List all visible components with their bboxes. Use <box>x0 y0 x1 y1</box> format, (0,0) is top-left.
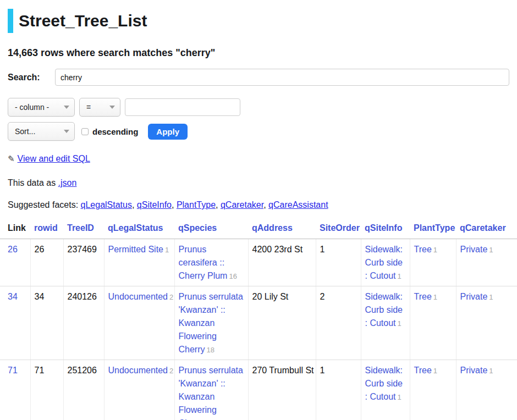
column-header-qaddress: qAddress <box>248 220 316 239</box>
cell-qspecies: Prunus serrulata 'Kwanzan' :: Kwanzan Fl… <box>174 360 248 420</box>
facet-count: 1 <box>489 293 493 301</box>
table-row: 26 26 237469 Permitted Site1 Prunus cera… <box>0 239 517 286</box>
facet-separator: , <box>172 200 177 209</box>
cell-qsiteinfo: Sidewalk: Curb side : Cutout1 <box>361 286 410 360</box>
table-row: 71 71 251206 Undocumented2 Prunus serrul… <box>0 360 517 420</box>
facet-value-link[interactable]: Private <box>460 292 488 301</box>
descending-checkbox[interactable] <box>81 128 89 135</box>
cell-qlegalstatus: Permitted Site1 <box>104 239 174 286</box>
cell-qsiteinfo: Sidewalk: Curb side : Cutout1 <box>361 360 410 420</box>
chevron-down-icon <box>109 106 115 109</box>
search-input[interactable] <box>55 69 509 86</box>
facet-count: 18 <box>207 346 215 354</box>
sort-row: Sort... descending Apply <box>8 122 509 141</box>
cell-qaddress: 20 Lily St <box>248 286 316 360</box>
facet-value-link[interactable]: Sidewalk: Curb side : Cutout <box>365 292 403 328</box>
facet-link-planttype[interactable]: PlantType <box>177 200 216 209</box>
column-header-qsiteinfo: qSiteInfo <box>361 220 410 239</box>
sort-column-link[interactable]: rowid <box>34 223 58 233</box>
filter-operator-select[interactable]: = <box>79 98 120 117</box>
filter-row: - column - = <box>8 98 509 117</box>
cell-planttype: Tree1 <box>410 286 456 360</box>
chevron-down-icon <box>64 106 69 109</box>
cell-treeid: 237469 <box>63 239 104 286</box>
facet-value-link[interactable]: Permitted Site <box>108 245 163 254</box>
chevron-down-icon <box>64 130 69 133</box>
row-detail-link[interactable]: 34 <box>8 292 18 301</box>
sql-link-row: ✎View and edit SQL <box>8 154 509 164</box>
row-detail-link[interactable]: 71 <box>8 366 18 375</box>
facet-value-link[interactable]: Tree <box>414 292 432 301</box>
facet-count: 1 <box>489 246 493 254</box>
sort-column-link[interactable]: qCaretaker <box>460 223 506 233</box>
cell-treeid: 251206 <box>63 360 104 420</box>
cell-qcaretaker: Private1 <box>456 239 517 286</box>
facet-value-link[interactable]: Private <box>460 366 488 375</box>
cell-qaddress: 4200 23rd St <box>248 239 316 286</box>
cell-rowid: 71 <box>30 360 63 420</box>
page-title: Street_Tree_List <box>19 12 147 30</box>
column-header-qlegalstatus: qLegalStatus <box>104 220 174 239</box>
facet-separator: , <box>132 200 137 209</box>
column-header-treeid: TreeID <box>63 220 104 239</box>
cell-siteorder: 1 <box>316 239 361 286</box>
facet-value-link[interactable]: Sidewalk: Curb side : Cutout <box>365 245 403 280</box>
row-detail-link[interactable]: 26 <box>8 245 18 254</box>
apply-button[interactable]: Apply <box>148 124 188 140</box>
sort-select-value: Sort... <box>15 127 35 136</box>
facet-value-link[interactable]: Sidewalk: Curb side : Cutout <box>365 366 403 401</box>
facet-value-link[interactable]: Prunus cerasifera :: Cherry Plum <box>179 245 228 280</box>
facet-count: 1 <box>433 293 437 301</box>
cell-qlegalstatus: Undocumented2 <box>104 360 174 420</box>
facet-count: 1 <box>398 272 402 280</box>
sort-column-link[interactable]: SiteOrder <box>320 223 360 233</box>
sort-column-link[interactable]: qLegalStatus <box>108 223 163 233</box>
cell-qcaretaker: Private1 <box>456 360 517 420</box>
sort-select[interactable]: Sort... <box>8 122 75 141</box>
facet-value-link[interactable]: Tree <box>414 366 432 375</box>
cell-link: 26 <box>0 239 30 286</box>
column-header-rowid: rowid <box>30 220 63 239</box>
facet-link-qlegalstatus[interactable]: qLegalStatus <box>81 200 132 209</box>
facet-link-qsiteinfo[interactable]: qSiteInfo <box>137 200 172 209</box>
facet-value-link[interactable]: Undocumented <box>108 366 168 375</box>
filter-column-select-value: - column - <box>15 103 49 112</box>
view-edit-sql-link[interactable]: View and edit SQL <box>18 154 90 163</box>
results-table: Link rowid TreeID qLegalStatus qSpecies … <box>0 220 517 420</box>
facet-separator: , <box>263 200 268 209</box>
sort-column-link[interactable]: qSiteInfo <box>365 223 402 233</box>
facet-count: 16 <box>229 272 237 280</box>
facet-value-link[interactable]: Undocumented <box>108 292 168 301</box>
facet-value-link[interactable]: Prunus serrulata 'Kwanzan' :: Kwanzan Fl… <box>179 292 243 354</box>
facet-count: 1 <box>489 367 493 375</box>
column-header-qspecies: qSpecies <box>174 220 248 239</box>
facet-count: 2 <box>169 367 173 375</box>
facet-value-link[interactable]: Tree <box>414 245 432 254</box>
cell-qsiteinfo: Sidewalk: Curb side : Cutout1 <box>361 239 410 286</box>
facet-value-link[interactable]: Private <box>460 245 488 254</box>
filter-value-input[interactable] <box>125 98 240 116</box>
column-header-planttype: PlantType <box>410 220 456 239</box>
pencil-icon: ✎ <box>8 154 15 163</box>
descending-label: descending <box>92 127 138 136</box>
cell-siteorder: 2 <box>316 286 361 360</box>
facet-link-qcareassistant[interactable]: qCareAssistant <box>268 200 328 209</box>
table-row: 34 34 240126 Undocumented2 Prunus serrul… <box>0 286 517 360</box>
column-header-siteorder: SiteOrder <box>316 220 361 239</box>
sort-column-link[interactable]: qAddress <box>252 223 293 233</box>
sort-column-link[interactable]: PlantType <box>414 223 455 233</box>
cell-qaddress: 270 Trumbull St <box>248 360 316 420</box>
sort-column-link[interactable]: TreeID <box>67 223 94 233</box>
json-export-link[interactable]: .json <box>58 178 77 187</box>
cell-planttype: Tree1 <box>410 360 456 420</box>
facet-link-qcaretaker[interactable]: qCaretaker <box>221 200 263 209</box>
row-count-summary: 14,663 rows where search matches "cherry… <box>8 47 509 59</box>
search-row: Search: <box>8 69 509 86</box>
cell-qcaretaker: Private1 <box>456 286 517 360</box>
facet-count: 1 <box>433 367 437 375</box>
filter-column-select[interactable]: - column - <box>8 98 75 117</box>
sort-column-link[interactable]: qSpecies <box>178 223 217 233</box>
facet-value-link[interactable]: Prunus serrulata 'Kwanzan' :: Kwanzan Fl… <box>179 366 243 420</box>
column-header-qcaretaker: qCaretaker <box>456 220 517 239</box>
cell-treeid: 240126 <box>63 286 104 360</box>
